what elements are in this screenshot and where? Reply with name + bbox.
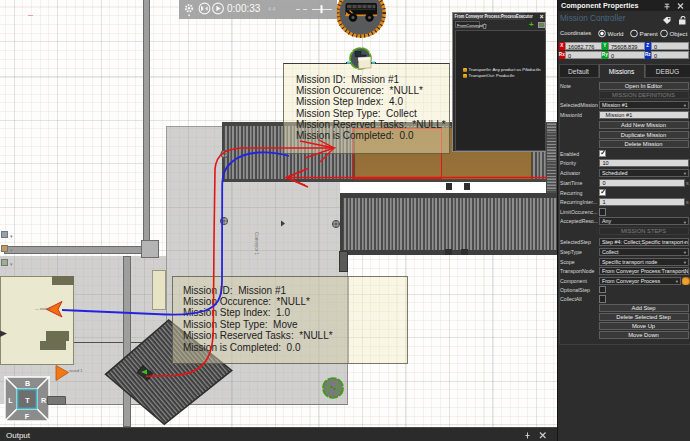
svg-text:Parent: Parent [640, 30, 659, 37]
svg-text:Object: Object [670, 30, 688, 37]
svg-text:B: B [25, 379, 30, 388]
svg-text:T: T [25, 396, 30, 405]
svg-text:0:00:33: 0:00:33 [227, 3, 261, 14]
svg-text:World: World [608, 30, 625, 37]
svg-text:L: L [8, 396, 13, 405]
svg-text:R: R [41, 396, 47, 405]
svg-text:F: F [25, 412, 30, 421]
svg-text:4 4: 4 4 [268, 6, 276, 12]
